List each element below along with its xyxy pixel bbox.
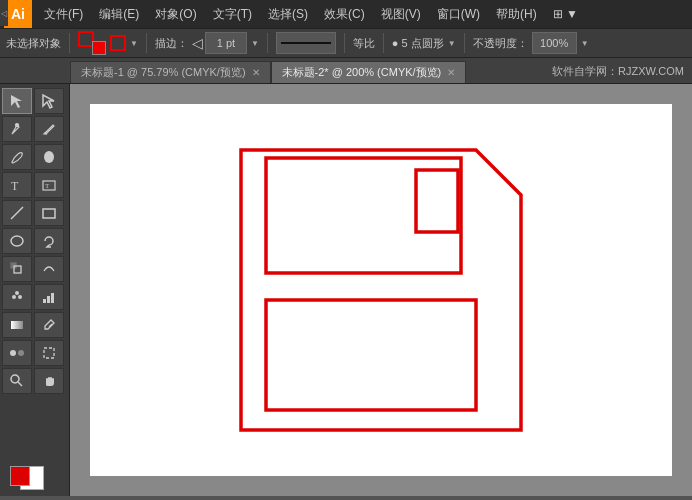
menu-grid[interactable]: ⊞ ▼ (545, 3, 586, 25)
svg-point-13 (18, 295, 22, 299)
scale-tool[interactable] (2, 256, 32, 282)
menu-type[interactable]: 文字(T) (205, 2, 260, 27)
tab-1[interactable]: 未标题-1 @ 75.79% (CMYK/预览) ✕ (70, 61, 271, 83)
svg-rect-26 (416, 170, 458, 232)
svg-point-21 (18, 350, 24, 356)
tool-row-4: T T (2, 172, 67, 198)
menu-object[interactable]: 对象(O) (147, 2, 204, 27)
main-area: T T (0, 84, 692, 496)
stroke-size-input[interactable] (205, 32, 247, 54)
tab-1-close[interactable]: ✕ (252, 67, 260, 78)
svg-point-20 (10, 350, 16, 356)
warp-tool[interactable] (34, 256, 64, 282)
tool-row-1 (2, 88, 67, 114)
svg-point-14 (15, 291, 19, 295)
svg-rect-22 (44, 348, 54, 358)
menu-select[interactable]: 选择(S) (260, 2, 316, 27)
menu-view[interactable]: 视图(V) (373, 2, 429, 27)
line-tool[interactable] (2, 200, 32, 226)
opacity-control: ▼ (532, 32, 589, 54)
sep2 (146, 33, 147, 53)
hand-tool[interactable] (34, 368, 64, 394)
points-label: ● 5 点圆形 (392, 36, 444, 51)
type-tool[interactable]: T (2, 172, 32, 198)
equal-label: 等比 (353, 36, 375, 51)
tool-row-7 (2, 256, 67, 282)
left-toolbar: T T (0, 84, 70, 496)
crop-tool[interactable] (34, 340, 64, 366)
arrow-tool[interactable] (2, 88, 32, 114)
svg-point-2 (16, 124, 19, 127)
svg-rect-25 (266, 158, 461, 273)
direct-select-tool[interactable] (34, 88, 64, 114)
color-boxes (2, 452, 66, 492)
svg-point-23 (11, 375, 19, 383)
toolbar: 未选择对象 ▼ 描边： ◁ ▼ 等比 ● 5 点圆形 ▼ 不透明度： ▼ (0, 28, 692, 58)
tool-row-6 (2, 228, 67, 254)
stroke-fill-icon[interactable] (78, 31, 106, 55)
stroke-size-arrow[interactable]: ▼ (251, 39, 259, 48)
graph-tool[interactable] (34, 284, 64, 310)
svg-text:T: T (11, 179, 19, 193)
sep3 (267, 33, 268, 53)
stroke-box[interactable] (110, 35, 126, 51)
canvas-area (70, 84, 692, 496)
menu-help[interactable]: 帮助(H) (488, 2, 545, 27)
menu-bar: Ai 文件(F) 编辑(E) 对象(O) 文字(T) 选择(S) 效果(C) 视… (0, 0, 692, 28)
stroke-dropdown-arrow[interactable]: ▼ (130, 39, 138, 48)
selection-label: 未选择对象 (6, 36, 61, 51)
menu-items: 文件(F) 编辑(E) 对象(O) 文字(T) 选择(S) 效果(C) 视图(V… (36, 0, 586, 28)
svg-rect-18 (11, 321, 23, 329)
blend-tool[interactable] (2, 340, 32, 366)
stroke-size-control: ◁ ▼ (192, 32, 259, 54)
canvas-document (90, 104, 672, 476)
tool-row-10 (2, 340, 67, 366)
svg-point-12 (12, 295, 16, 299)
svg-rect-17 (51, 293, 54, 303)
svg-point-3 (44, 151, 54, 163)
tab-2-label: 未标题-2* @ 200% (CMYK/预览) (282, 65, 442, 80)
sep1 (69, 33, 70, 53)
tab-1-label: 未标题-1 @ 75.79% (CMYK/预览) (81, 65, 246, 80)
points-control: ● 5 点圆形 ▼ (392, 36, 456, 51)
line-preview-inner (281, 42, 331, 44)
tab-2[interactable]: 未标题-2* @ 200% (CMYK/预览) ✕ (271, 61, 467, 83)
symbol-tool[interactable] (2, 284, 32, 310)
rotate-tool[interactable] (34, 228, 64, 254)
pencil-tool[interactable] (34, 116, 64, 142)
menu-window[interactable]: 窗口(W) (429, 2, 488, 27)
tabs-scroll-left[interactable]: ◁ (0, 0, 8, 26)
floppy-drawing (221, 140, 541, 440)
menu-effect[interactable]: 效果(C) (316, 2, 373, 27)
ellipse-tool[interactable] (2, 228, 32, 254)
stroke-size-icon: ◁ (192, 35, 203, 51)
menu-edit[interactable]: 编辑(E) (91, 2, 147, 27)
opacity-label: 不透明度： (473, 36, 528, 51)
tab-2-close[interactable]: ✕ (447, 67, 455, 78)
zoom-tool[interactable] (2, 368, 32, 394)
eyedropper-tool[interactable] (34, 312, 64, 338)
opacity-arrow[interactable]: ▼ (581, 39, 589, 48)
stroke-color-box[interactable] (10, 466, 30, 486)
svg-marker-1 (43, 95, 54, 108)
floppy-svg (221, 140, 541, 440)
tool-row-3 (2, 144, 67, 170)
svg-rect-15 (43, 299, 46, 303)
opacity-input[interactable] (532, 32, 577, 54)
svg-point-9 (11, 236, 23, 246)
svg-rect-11 (11, 263, 16, 268)
menu-file[interactable]: 文件(F) (36, 2, 91, 27)
tabs-scroll-left-icon: ◁ (1, 9, 7, 18)
stroke-label: 描边： (155, 36, 188, 51)
ai-logo: Ai (4, 0, 32, 28)
points-arrow[interactable]: ▼ (448, 39, 456, 48)
tool-row-8 (2, 284, 67, 310)
blob-brush-tool[interactable] (34, 144, 64, 170)
pen-tool[interactable] (2, 116, 32, 142)
brush-tool[interactable] (2, 144, 32, 170)
area-type-tool[interactable]: T (34, 172, 64, 198)
rectangle-tool[interactable] (34, 200, 64, 226)
gradient-tool[interactable] (2, 312, 32, 338)
line-style-preview[interactable] (276, 32, 336, 54)
tool-row-5 (2, 200, 67, 226)
